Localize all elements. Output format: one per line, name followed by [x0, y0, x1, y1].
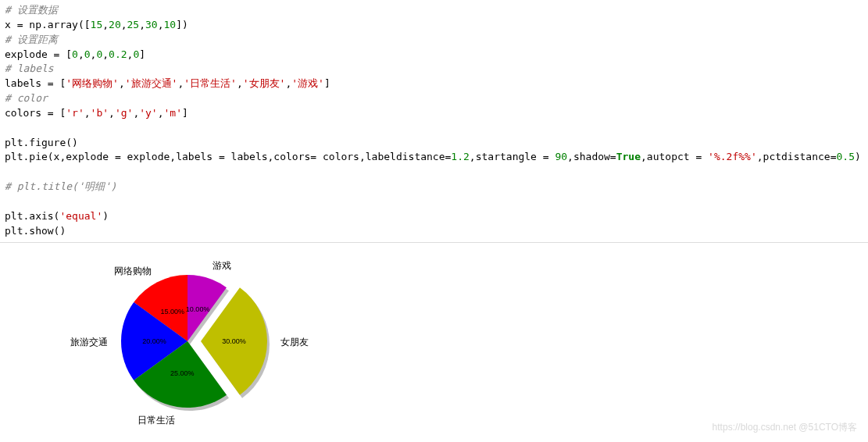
pie-percent-label: 25.00%	[170, 369, 195, 377]
pie-percent-label: 20.00%	[142, 337, 166, 345]
comment: # labels	[5, 62, 54, 74]
pie-label: 旅游交通	[70, 336, 108, 349]
pie-chart: 15.00%网络购物20.00%旅游交通25.00%日常生活30.00%女朋友1…	[31, 248, 359, 435]
pie-label: 日常生活	[138, 414, 175, 427]
comment: # color	[5, 92, 48, 104]
pie-percent-label: 10.00%	[186, 305, 210, 313]
pie-label: 网络购物	[114, 265, 152, 278]
comment: # 设置数据	[5, 4, 58, 16]
code-block: # 设置数据 x = np.array([15,20,25,30,10]) # …	[0, 0, 868, 243]
code-line: labels = ['网络购物','旅游交通','日常生活','女朋友','游戏…	[5, 77, 863, 91]
code-line: plt.pie(x,explode = explode,labels = lab…	[5, 150, 863, 165]
pie-label: 游戏	[213, 259, 231, 273]
code-line: plt.figure()	[5, 136, 863, 151]
pie-percent-label: 15.00%	[160, 308, 184, 315]
pie-percent-label: 30.00%	[222, 337, 246, 345]
code-line: plt.show()	[5, 224, 863, 239]
pie-label: 女朋友	[280, 336, 309, 349]
code-line: colors = ['r','b','g','y','m']	[5, 106, 863, 121]
code-line: x = np.array([15,20,25,30,10])	[5, 18, 863, 33]
watermark: https://blog.csdn.net @51CTO博客	[713, 421, 857, 434]
comment: # plt.title('明细')	[5, 180, 116, 192]
code-line: plt.axis('equal')	[5, 209, 863, 224]
comment: # 设置距离	[5, 34, 58, 45]
code-line: explode = [0,0,0,0.2,0]	[5, 48, 863, 62]
